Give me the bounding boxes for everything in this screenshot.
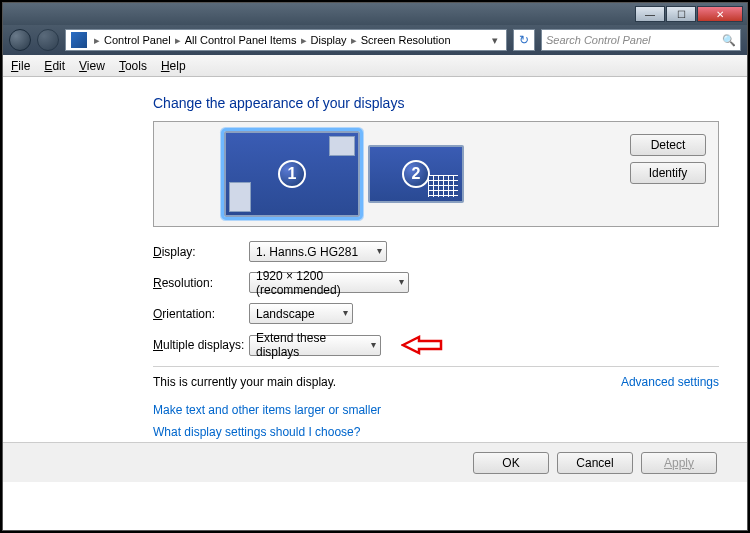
monitor-number: 2 (402, 160, 430, 188)
resolution-label: Resolution: (153, 276, 249, 290)
menu-edit[interactable]: Edit (44, 59, 65, 73)
chevron-right-icon: ▸ (297, 34, 311, 47)
search-icon: 🔍 (722, 34, 736, 47)
forward-button[interactable] (37, 29, 59, 51)
chevron-right-icon: ▸ (90, 34, 104, 47)
multiple-displays-label: Multiple displays: (153, 338, 249, 352)
resolution-dropdown[interactable]: 1920 × 1200 (recommended) (249, 272, 409, 293)
menu-help[interactable]: Help (161, 59, 186, 73)
settings-form: Display: 1. Hanns.G HG281 Resolution: 19… (153, 241, 719, 356)
orientation-dropdown[interactable]: Landscape (249, 303, 353, 324)
apply-label: Apply (664, 456, 694, 470)
taskbar-icon (229, 182, 251, 212)
display-label: Display: (153, 245, 249, 259)
display-dropdown[interactable]: 1. Hanns.G HG281 (249, 241, 387, 262)
navbar: ▸ Control Panel ▸ All Control Panel Item… (3, 25, 747, 55)
breadcrumb-item[interactable]: Screen Resolution (361, 34, 451, 46)
detect-button[interactable]: Detect (630, 134, 706, 156)
monitor-1[interactable]: 1 (224, 131, 360, 217)
menu-view[interactable]: View (79, 59, 105, 73)
orientation-label: Orientation: (153, 307, 249, 321)
window-icon (329, 136, 355, 156)
chevron-right-icon: ▸ (347, 34, 361, 47)
apply-button[interactable]: Apply (641, 452, 717, 474)
preview-buttons: Detect Identify (630, 134, 706, 184)
minimize-button[interactable]: — (635, 6, 665, 22)
monitor-2[interactable]: 2 (368, 145, 464, 203)
search-placeholder: Search Control Panel (546, 34, 651, 46)
refresh-button[interactable]: ↻ (513, 29, 535, 51)
main-display-status: This is currently your main display. (153, 375, 336, 389)
breadcrumb[interactable]: ▸ Control Panel ▸ All Control Panel Item… (65, 29, 507, 51)
refresh-icon: ↻ (519, 33, 529, 47)
window: — ☐ ✕ ▸ Control Panel ▸ All Control Pane… (2, 2, 748, 531)
chevron-right-icon: ▸ (171, 34, 185, 47)
control-panel-icon (71, 32, 87, 48)
annotation-arrow-icon (401, 334, 443, 356)
multiple-displays-dropdown[interactable]: Extend these displays (249, 335, 381, 356)
monitor-number: 1 (278, 160, 306, 188)
advanced-settings-link[interactable]: Advanced settings (621, 375, 719, 389)
menu-tools[interactable]: Tools (119, 59, 147, 73)
identify-button[interactable]: Identify (630, 162, 706, 184)
breadcrumb-item[interactable]: Display (311, 34, 347, 46)
display-preview[interactable]: 1 2 Detect Identify (153, 121, 719, 227)
back-button[interactable] (9, 29, 31, 51)
divider (153, 366, 719, 367)
text-size-link[interactable]: Make text and other items larger or smal… (153, 403, 719, 417)
menubar: File Edit View Tools Help (3, 55, 747, 77)
ok-button[interactable]: OK (473, 452, 549, 474)
grid-icon (428, 175, 458, 197)
page-title: Change the appearance of your displays (153, 95, 719, 111)
menu-file[interactable]: File (11, 59, 30, 73)
maximize-button[interactable]: ☐ (666, 6, 696, 22)
close-button[interactable]: ✕ (697, 6, 743, 22)
cancel-button[interactable]: Cancel (557, 452, 633, 474)
breadcrumb-item[interactable]: All Control Panel Items (185, 34, 297, 46)
chevron-down-icon[interactable]: ▾ (486, 34, 504, 47)
help-link[interactable]: What display settings should I choose? (153, 425, 719, 439)
button-bar: OK Cancel Apply (3, 442, 747, 482)
titlebar: — ☐ ✕ (3, 3, 747, 25)
breadcrumb-item[interactable]: Control Panel (104, 34, 171, 46)
search-input[interactable]: Search Control Panel 🔍 (541, 29, 741, 51)
